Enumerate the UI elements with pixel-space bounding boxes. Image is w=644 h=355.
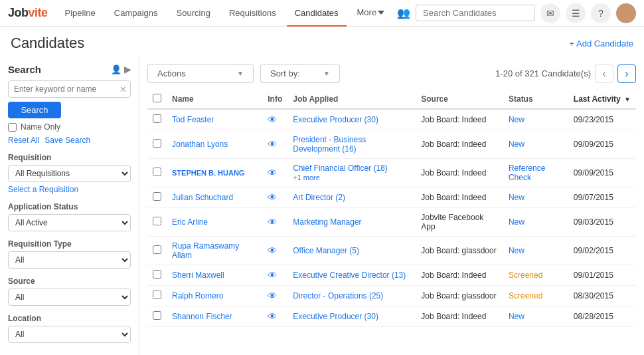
- eye-icon-0[interactable]: 👁: [268, 114, 277, 125]
- nav-sourcing[interactable]: Sourcing: [169, 0, 218, 27]
- table-row: Rupa Ramaswamy Allam 👁 Office Manager (5…: [147, 237, 636, 265]
- requisition-select[interactable]: All Requisitions: [8, 165, 131, 182]
- sidebar: Search 👤 ▶ ✕ Search Name Only Reset All …: [0, 57, 139, 355]
- candidate-name-3[interactable]: Julian Schuchard: [172, 193, 233, 202]
- eye-icon-7[interactable]: 👁: [268, 291, 277, 301]
- job-link-7[interactable]: Director - Operations (25): [293, 291, 383, 300]
- save-search-button[interactable]: Save Search: [44, 136, 90, 145]
- more-link-2[interactable]: +1 more: [293, 174, 320, 181]
- name-only-row: Name Only: [8, 122, 131, 132]
- source-cell-5: Job Board: glassdoor: [416, 237, 503, 265]
- job-link-0[interactable]: Executive Producer (30): [293, 115, 378, 124]
- main-layout: Search 👤 ▶ ✕ Search Name Only Reset All …: [0, 57, 644, 355]
- row-checkbox-8[interactable]: [153, 311, 161, 320]
- candidate-name-0[interactable]: Tod Feaster: [172, 115, 214, 124]
- job-link-8[interactable]: Executive Producer (30): [293, 312, 378, 321]
- reset-all-button[interactable]: Reset All: [8, 136, 39, 145]
- video-icon[interactable]: ▶: [124, 64, 131, 74]
- eye-icon-6[interactable]: 👁: [268, 270, 277, 281]
- row-checkbox-1[interactable]: [153, 139, 161, 148]
- row-checkbox-4[interactable]: [153, 217, 161, 225]
- candidate-name-1[interactable]: Jonathan Lyons: [172, 140, 228, 149]
- status-badge-6: Screened: [509, 271, 542, 280]
- logo[interactable]: Jobvite: [8, 6, 48, 20]
- status-badge-3: New: [509, 193, 524, 202]
- requisition-type-label: Requisition Type: [8, 239, 131, 249]
- pagination: 1-20 of 321 Candidate(s) ‹ ›: [495, 64, 636, 83]
- row-checkbox-7[interactable]: [153, 291, 161, 299]
- candidate-name-7[interactable]: Ralph Romero: [172, 291, 223, 300]
- row-checkbox-6[interactable]: [153, 270, 161, 279]
- eye-icon-1[interactable]: 👁: [268, 139, 277, 150]
- eye-icon-4[interactable]: 👁: [268, 217, 277, 227]
- candidates-tbody: Tod Feaster 👁 Executive Producer (30) Jo…: [147, 109, 636, 327]
- application-status-select[interactable]: All Active: [8, 214, 131, 231]
- search-clear-icon[interactable]: ✕: [120, 84, 127, 94]
- sort-button[interactable]: Sort by: ▼: [260, 64, 340, 83]
- row-checkbox-3[interactable]: [153, 192, 161, 201]
- keyword-search-input[interactable]: [8, 80, 131, 98]
- nav-campaigns[interactable]: Campaigns: [106, 0, 166, 27]
- activity-cell-2: 09/09/2015: [568, 159, 636, 187]
- requisition-type-select[interactable]: All: [8, 251, 131, 269]
- eye-icon-2[interactable]: 👁: [268, 168, 277, 178]
- eye-icon-3[interactable]: 👁: [268, 192, 277, 203]
- name-only-checkbox[interactable]: [8, 123, 17, 132]
- table-row: Eric Arline 👁 Marketing Manager Jobvite …: [147, 208, 636, 237]
- select-requisition-link[interactable]: Select a Requisition: [8, 185, 131, 194]
- nav-more[interactable]: More: [349, 0, 393, 27]
- select-all-checkbox[interactable]: [153, 94, 161, 102]
- col-name-header: Name: [167, 90, 262, 109]
- search-candidates-input[interactable]: [416, 5, 535, 21]
- table-row: Shannon Fischer 👁 Executive Producer (30…: [147, 306, 636, 327]
- list-icon-btn[interactable]: ☰: [566, 3, 586, 23]
- activity-cell-8: 08/28/2015: [568, 306, 636, 327]
- job-link-5[interactable]: Office Manager (5): [293, 246, 359, 255]
- actions-label: Actions: [157, 68, 186, 78]
- next-page-button[interactable]: ›: [617, 64, 636, 83]
- job-link-1[interactable]: President - Business Development (16): [293, 135, 366, 154]
- nav-pipeline[interactable]: Pipeline: [57, 0, 104, 27]
- col-activity-header[interactable]: Last Activity ▼: [568, 90, 636, 109]
- status-badge-2: Reference Check: [509, 164, 545, 182]
- search-button[interactable]: Search: [8, 102, 61, 118]
- prev-page-button[interactable]: ‹: [595, 64, 613, 83]
- row-checkbox-0[interactable]: [153, 114, 161, 123]
- eye-icon-5[interactable]: 👁: [268, 245, 277, 256]
- row-checkbox-5[interactable]: [153, 245, 161, 254]
- source-select[interactable]: All: [8, 289, 131, 306]
- job-link-4[interactable]: Marketing Manager: [293, 217, 361, 227]
- nav-requisitions[interactable]: Requisitions: [221, 0, 284, 27]
- source-cell-3: Job Board: Indeed: [416, 187, 503, 208]
- candidate-name-8[interactable]: Shannon Fischer: [172, 312, 232, 321]
- person-icon[interactable]: 👤: [111, 64, 121, 74]
- requisition-label: Requisition: [8, 153, 131, 162]
- avatar[interactable]: [616, 3, 636, 23]
- table-row: Ralph Romero 👁 Director - Operations (25…: [147, 286, 636, 306]
- topnav: Jobvite Pipeline Campaigns Sourcing Requ…: [0, 0, 644, 27]
- keyword-search-wrap: ✕: [8, 80, 131, 98]
- logo-vite: vite: [29, 6, 48, 19]
- candidate-name-5[interactable]: Rupa Ramaswamy Allam: [172, 241, 239, 260]
- candidate-name-6[interactable]: Sherri Maxwell: [172, 271, 224, 280]
- source-cell-8: Job Board: Indeed: [416, 306, 503, 327]
- eye-icon-8[interactable]: 👁: [268, 311, 277, 322]
- job-link-3[interactable]: Art Director (2): [293, 193, 345, 202]
- mail-icon-btn[interactable]: ✉: [540, 3, 560, 23]
- candidate-name-4[interactable]: Eric Arline: [172, 217, 208, 227]
- row-checkbox-2[interactable]: [153, 168, 161, 176]
- source-cell-7: Job Board: glassdoor: [416, 286, 503, 306]
- status-badge-1: New: [509, 140, 524, 149]
- nav-candidates[interactable]: Candidates: [287, 0, 347, 27]
- help-icon-btn[interactable]: ?: [591, 3, 611, 23]
- actions-button[interactable]: Actions ▼: [147, 64, 254, 83]
- job-link-6[interactable]: Executive Creative Director (13): [293, 271, 406, 280]
- location-select[interactable]: All: [8, 326, 131, 343]
- add-candidate-button[interactable]: + Add Candidate: [570, 39, 634, 49]
- job-link-2[interactable]: Chief Financial Officer (18): [293, 164, 388, 173]
- candidate-name-2[interactable]: STEPHEN B. HUANG: [172, 169, 244, 177]
- source-cell-1: Job Board: Indeed: [416, 130, 503, 159]
- status-badge-4: New: [509, 217, 524, 227]
- page-title: Candidates: [11, 35, 84, 52]
- table-row: Sherri Maxwell 👁 Executive Creative Dire…: [147, 265, 636, 286]
